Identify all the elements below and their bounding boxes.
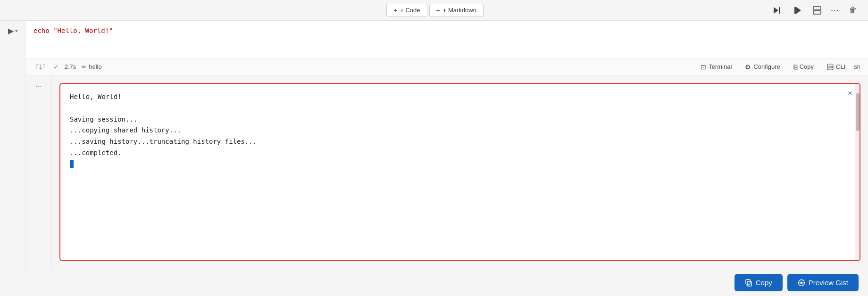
close-icon: × [848, 89, 852, 98]
svg-rect-8 [747, 281, 751, 286]
code-string: "Hello, World!" [53, 27, 113, 34]
terminal-label: Terminal [709, 63, 732, 70]
terminal-icon: ⊡ [701, 63, 706, 71]
copy-label-status: Copy [800, 63, 814, 70]
svg-rect-9 [746, 280, 750, 284]
code-line: echo "Hello, World!" [33, 25, 860, 36]
copy-bottom-label: Copy [756, 279, 772, 287]
output-main: Hello, World! Saving session... ...copyi… [52, 75, 868, 269]
configure-icon: ⚙ [745, 63, 751, 71]
svg-point-11 [800, 281, 802, 284]
cell-name-edit[interactable]: ✏ hello [82, 63, 101, 70]
more-dots-icon: ··· [831, 5, 839, 15]
add-code-button[interactable]: + + Code [386, 4, 427, 17]
cell-status-bar: [1] ✓ 2.7s ✏ hello ⊡ Terminal ⚙ Con [26, 58, 868, 75]
run-cell-button[interactable]: ▶ ▾ [6, 25, 20, 36]
code-cell: echo "Hello, World!" [26, 21, 868, 58]
cli-label: CLI [836, 63, 845, 70]
run-all-above-button[interactable] [768, 3, 786, 18]
sh-label: sh [854, 63, 860, 70]
success-icon: ✓ [53, 63, 59, 71]
svg-text:⌨: ⌨ [828, 66, 833, 69]
split-icon [813, 6, 821, 15]
trash-icon: 🗑 [849, 6, 857, 15]
add-markdown-label: + Markdown [443, 7, 476, 14]
split-cell-button[interactable] [810, 3, 825, 18]
scrollbar-thumb [856, 93, 860, 131]
cell-name-label: hello [89, 63, 101, 70]
execution-duration: 2.7s [65, 63, 76, 70]
notebook-container: + + Code + + Markdown [0, 0, 868, 296]
cell-area: ▶ ▾ echo "Hello, World!" [1] ✓ 2.7s ✏ [0, 21, 868, 269]
run-icon: ▶ [8, 26, 14, 35]
add-code-label: + Code [400, 7, 420, 14]
run-above-icon [773, 6, 781, 15]
delete-cell-button[interactable]: 🗑 [845, 3, 860, 18]
output-dots-icon: ··· [35, 82, 42, 90]
svg-marker-3 [796, 7, 801, 14]
cli-icon: ⌨ [827, 64, 834, 70]
more-options-button[interactable]: ··· [827, 3, 843, 18]
code-keyword: echo [33, 27, 53, 34]
plus-icon: + [393, 7, 397, 14]
github-icon [798, 279, 805, 287]
cell-gutter: ▶ ▾ [0, 21, 26, 269]
cli-button[interactable]: ⌨ CLI [822, 62, 850, 72]
svg-rect-5 [813, 11, 821, 14]
svg-rect-4 [813, 7, 821, 10]
configure-label: Configure [753, 63, 780, 70]
configure-button[interactable]: ⚙ Configure [740, 62, 785, 72]
top-toolbar: + + Code + + Markdown [0, 0, 868, 21]
copy-bottom-icon [745, 279, 752, 287]
output-dots-menu[interactable]: ··· [33, 80, 43, 92]
copy-button-status[interactable]: ⎘ Copy [789, 62, 818, 72]
output-text: Hello, World! Saving session... ...copyi… [70, 91, 845, 170]
copy-icon-status: ⎘ [793, 63, 797, 71]
run-below-icon [793, 6, 802, 15]
plus-icon-md: + [436, 7, 440, 14]
svg-marker-0 [774, 7, 778, 14]
run-dropdown-icon: ▾ [15, 28, 18, 34]
output-box: Hello, World! Saving session... ...copyi… [59, 83, 860, 261]
cursor-block [70, 160, 74, 168]
run-all-below-button[interactable] [789, 3, 807, 18]
cell-content: echo "Hello, World!" [1] ✓ 2.7s ✏ hello … [26, 21, 868, 269]
preview-gist-button[interactable]: Preview Gist [787, 274, 859, 291]
status-left: [1] ✓ 2.7s ✏ hello [33, 63, 102, 71]
close-output-button[interactable]: × [844, 88, 856, 99]
toolbar-center: + + Code + + Markdown [386, 4, 484, 17]
output-content: Hello, World! Saving session... ...copyi… [60, 84, 855, 260]
output-area-wrapper: ··· Hello, World! Saving session... ...c… [26, 75, 868, 269]
toolbar-right: ··· 🗑 [768, 3, 860, 18]
svg-rect-2 [794, 7, 796, 14]
cell-number: [1] [33, 63, 48, 71]
copy-bottom-button[interactable]: Copy [734, 274, 783, 291]
status-right: ⊡ Terminal ⚙ Configure ⎘ Copy ⌨ [696, 62, 860, 72]
svg-rect-1 [779, 7, 780, 14]
terminal-button[interactable]: ⊡ Terminal [696, 62, 736, 72]
output-gutter: ··· [26, 75, 52, 269]
bottom-action-bar: Copy Preview Gist [0, 269, 868, 296]
add-markdown-button[interactable]: + + Markdown [429, 4, 484, 17]
output-scrollbar[interactable] [855, 84, 860, 260]
preview-gist-label: Preview Gist [809, 279, 848, 287]
pencil-icon: ✏ [82, 64, 86, 70]
